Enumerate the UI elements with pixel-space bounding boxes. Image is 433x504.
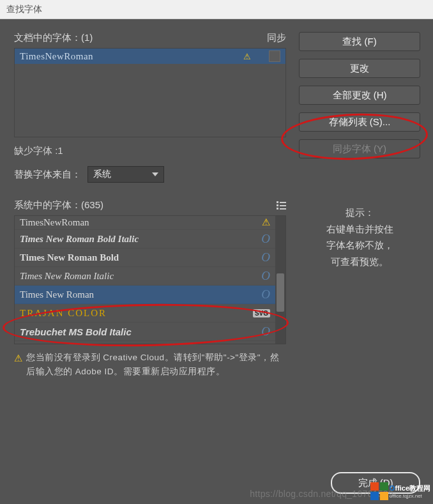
opentype-icon: O	[261, 287, 270, 302]
scroll-thumb[interactable]	[277, 273, 284, 312]
login-info-text: 您当前没有登录到 Creative Cloud。请转到"帮助"->"登录"，然后…	[26, 351, 286, 378]
sys-fonts-list: TimesNewRoman⚠Times New Roman Bold Itali…	[14, 215, 286, 344]
missing-fonts-label: 缺少字体 :1	[14, 145, 286, 157]
sys-font-name: TRAJAN COLOR	[20, 308, 253, 319]
find-button[interactable]: 查找 (F)	[299, 32, 420, 51]
sys-font-name: Times New Roman Bold Italic	[20, 234, 261, 245]
sys-font-name: TimesNewRoman	[20, 217, 259, 228]
replace-source-value: 系统	[93, 169, 111, 180]
sync-fonts-button: 同步字体 (Y)	[299, 139, 420, 158]
hint-text: 提示： 右键单击并按住 字体名称不放， 可查看预览。	[299, 204, 420, 270]
doc-font-row[interactable]: TimesNewRoman ⚠	[15, 49, 285, 64]
opentype-icon: O	[261, 232, 270, 246]
opentype-icon: O	[261, 269, 270, 283]
sync-header: 同步	[267, 32, 286, 44]
sys-font-row[interactable]: Trebuchet MS Bold ItalicO	[15, 323, 275, 341]
warning-icon: ⚠	[243, 52, 251, 61]
sys-fonts-header: 系统中的字体：(635)	[14, 199, 103, 211]
svg-font-icon: SVG	[253, 309, 270, 317]
dialog-body: 文档中的字体：(1) 同步 TimesNewRoman ⚠ 缺少字体 :1 替换…	[0, 19, 433, 504]
doc-font-name: TimesNewRoman	[20, 51, 243, 62]
sys-font-row[interactable]: Times New Roman ItalicO	[15, 267, 275, 286]
sys-font-row[interactable]: Times New Roman BoldO	[15, 248, 275, 267]
sys-font-row[interactable]: TRAJAN COLORSVG	[15, 304, 275, 323]
window-title: 查找字体	[6, 4, 42, 14]
sync-checkbox[interactable]	[269, 50, 280, 62]
sys-font-name: Times New Roman Bold	[20, 252, 261, 263]
list-view-icon[interactable]	[277, 201, 286, 210]
titlebar: 查找字体	[0, 0, 433, 19]
change-button[interactable]: 更改	[299, 59, 420, 78]
warning-icon: ⚠	[262, 217, 270, 228]
replace-source-select[interactable]: 系统	[87, 166, 164, 183]
opentype-icon: O	[261, 325, 270, 339]
doc-fonts-header: 文档中的字体：(1)	[14, 32, 93, 44]
warning-icon: ⚠	[14, 351, 22, 378]
sys-font-name: Times New Roman	[20, 289, 261, 300]
doc-fonts-list[interactable]: TimesNewRoman ⚠	[14, 48, 286, 137]
office-logo-icon: Office教程网 office.tqjzx.net	[370, 482, 430, 500]
sys-font-row[interactable]: Times New RomanO	[15, 286, 275, 304]
sys-font-name: Trebuchet MS Bold Italic	[20, 326, 261, 337]
scrollbar[interactable]	[275, 216, 285, 344]
sys-font-row[interactable]: TimesNewRoman⚠	[15, 216, 275, 230]
sys-font-row[interactable]: Times New Roman Bold ItalicO	[15, 230, 275, 248]
change-all-button[interactable]: 全部更改 (H)	[299, 86, 420, 105]
opentype-icon: O	[261, 250, 270, 264]
replace-from-label: 替换字体来自：	[14, 169, 81, 181]
sys-font-name: Times New Roman Italic	[20, 271, 261, 282]
chevron-down-icon	[152, 172, 158, 176]
save-list-button[interactable]: 存储列表 (S)...	[299, 112, 420, 132]
